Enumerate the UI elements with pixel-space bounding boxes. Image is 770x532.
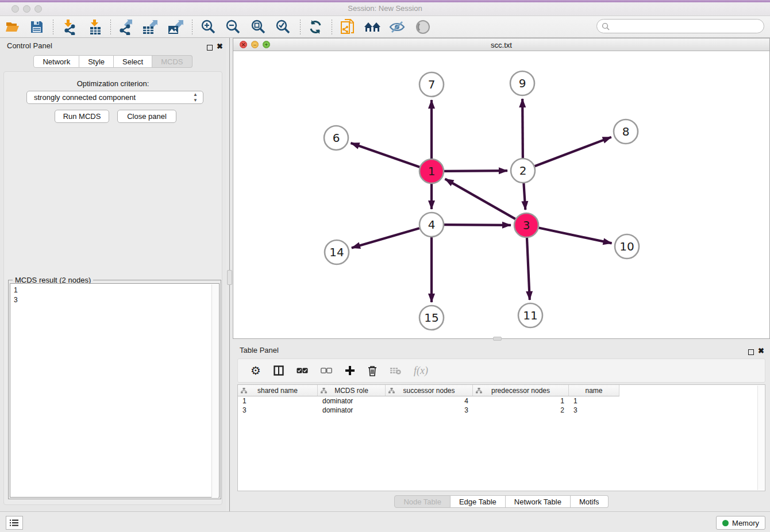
tree-icon (241, 388, 247, 394)
export-image-icon[interactable] (165, 17, 186, 37)
optimization-criterion-select[interactable]: strongly connected component ▲▼ (26, 91, 203, 104)
mcds-result-group: MCDS result (2 nodes) 13 (8, 280, 221, 499)
table-cell: dominator (318, 406, 386, 415)
column-header-shared-name[interactable]: shared name (238, 385, 318, 396)
select-all-icon[interactable] (297, 368, 308, 373)
tab-select[interactable]: Select (114, 55, 152, 68)
vertical-splitter-grip[interactable] (227, 270, 232, 285)
gear-icon[interactable]: ⚙ (251, 364, 261, 377)
node-table: shared nameMCDS rolesuccessor nodesprede… (237, 384, 765, 491)
edge-4-14[interactable] (352, 228, 419, 248)
tab-motifs[interactable]: Motifs (571, 495, 609, 508)
edge-3-1[interactable] (445, 179, 515, 219)
float-table-panel-icon[interactable] (748, 347, 754, 357)
table-cell: 2 (473, 406, 569, 415)
close-panel-button[interactable]: Close panel (117, 110, 176, 123)
node-label-8: 8 (622, 125, 630, 138)
memory-button[interactable]: Memory (716, 516, 765, 530)
search-icon (602, 22, 610, 30)
table-header-row: shared nameMCDS rolesuccessor nodesprede… (238, 385, 619, 396)
zoom-fit-icon[interactable] (248, 17, 268, 37)
tab-edge-table[interactable]: Edge Table (451, 495, 506, 508)
zoom-selected-icon[interactable] (272, 17, 293, 37)
list-icon (10, 519, 19, 527)
edge-2-9[interactable] (522, 99, 523, 158)
search-box[interactable] (596, 19, 764, 33)
edge-2-3[interactable] (523, 183, 525, 210)
tab-mcds[interactable]: MCDS (152, 55, 192, 68)
edge-1-2[interactable] (444, 171, 507, 171)
table-cell: 3 (386, 406, 473, 415)
column-label: predecessor nodes (491, 387, 550, 395)
save-session-icon[interactable] (26, 17, 47, 37)
chevron-up-down-icon: ▲▼ (193, 92, 198, 103)
export-network-icon[interactable] (115, 17, 136, 37)
column-label: MCDS role (334, 387, 368, 395)
memory-label: Memory (732, 519, 759, 527)
tab-node-table[interactable]: Node Table (394, 495, 451, 508)
node-label-6: 6 (333, 131, 340, 145)
tab-network[interactable]: Network (33, 55, 79, 68)
edge-2-8[interactable] (535, 137, 611, 167)
result-scrollbar[interactable] (211, 284, 218, 498)
table-scrollbar[interactable] (757, 385, 764, 490)
edge-4-3[interactable] (444, 225, 511, 225)
table-toolbar: ⚙ f(x) (237, 358, 765, 383)
table-body: 1dominator4113dominator323 (238, 396, 765, 415)
control-panel: Control Panel ✖ NetworkStyleSelectMCDS O… (0, 38, 226, 511)
zoom-in-icon[interactable] (198, 17, 218, 37)
edge-3-10[interactable] (539, 228, 612, 244)
table-row[interactable]: 1dominator411 (238, 396, 619, 406)
table-row[interactable]: 3dominator323 (238, 406, 619, 415)
optimization-criterion-value: strongly connected component (34, 93, 136, 102)
columns-icon[interactable] (274, 365, 284, 376)
tab-style[interactable]: Style (79, 55, 114, 68)
node-label-10: 10 (619, 240, 634, 253)
export-table-icon[interactable] (140, 17, 160, 37)
node-label-2: 2 (519, 164, 527, 178)
deselect-all-icon[interactable] (321, 368, 332, 373)
table-cell: 3 (569, 406, 619, 415)
tab-network-table[interactable]: Network Table (506, 495, 571, 508)
mcds-result-text[interactable]: 13 (10, 283, 220, 498)
column-header-MCDS-role[interactable]: MCDS role (318, 385, 386, 396)
task-history-button[interactable] (6, 516, 23, 530)
float-panel-icon[interactable] (207, 43, 213, 53)
delete-icon[interactable] (368, 365, 377, 376)
home-icon[interactable] (362, 17, 383, 37)
refresh-icon[interactable] (305, 17, 326, 37)
table-panel: Table Panel ✖ ⚙ f(x) shared nameMCDS rol… (233, 343, 770, 511)
column-header-name[interactable]: name (569, 385, 619, 396)
node-label-7: 7 (428, 78, 436, 91)
node-label-3: 3 (523, 218, 530, 232)
close-table-panel-icon[interactable]: ✖ (758, 345, 764, 356)
node-label-9: 9 (519, 76, 526, 90)
column-header-predecessor-nodes[interactable]: predecessor nodes (473, 385, 569, 396)
run-mcds-button[interactable]: Run MCDS (55, 110, 109, 123)
import-table-icon[interactable] (85, 17, 106, 37)
window-titlebar: Session: New Session (0, 0, 770, 16)
main-toolbar (0, 16, 770, 38)
column-header-successor-nodes[interactable]: successor nodes (386, 385, 473, 396)
delete-table-icon (390, 367, 401, 375)
edge-1-6[interactable] (351, 143, 419, 167)
tree-icon (388, 388, 395, 394)
zoom-out-icon[interactable] (222, 17, 243, 37)
open-session-icon[interactable] (2, 17, 23, 37)
import-network-icon[interactable] (59, 17, 79, 37)
horizontal-splitter-grip[interactable] (493, 337, 502, 341)
optimization-criterion-label: Optimization criterion: (4, 79, 222, 88)
close-panel-icon[interactable]: ✖ (217, 41, 223, 51)
table-cell: 3 (238, 406, 318, 415)
window-top-strip (0, 0, 770, 2)
table-cell: 1 (238, 396, 318, 406)
node-label-11: 11 (523, 309, 537, 322)
column-label: successor nodes (403, 387, 455, 395)
network-canvas[interactable]: 7968124314101511 (233, 51, 769, 338)
network-window: ✕ – + scc.txt 7968124314101511 (233, 38, 770, 339)
edge-3-11[interactable] (527, 238, 530, 300)
search-input[interactable] (610, 21, 764, 32)
add-column-icon[interactable] (345, 365, 355, 376)
hide-panel-icon[interactable] (387, 17, 407, 37)
open-network-file-icon[interactable] (337, 17, 358, 37)
